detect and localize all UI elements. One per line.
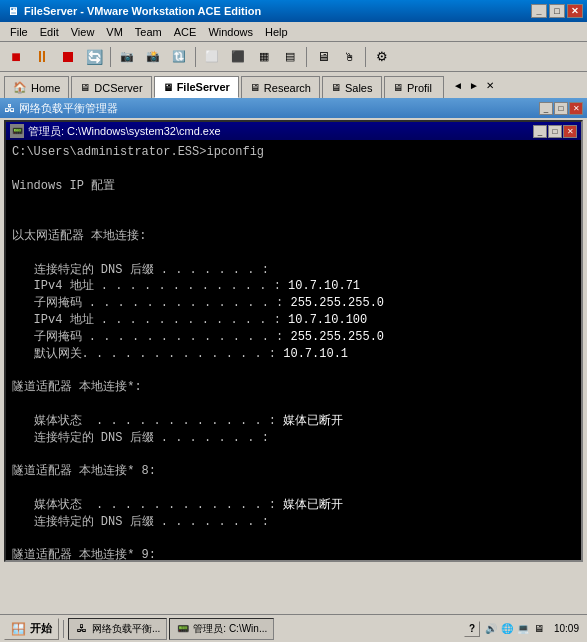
toolbar-settings-btn[interactable]: ⚙ xyxy=(370,45,394,69)
tab-research[interactable]: 🖥 Research xyxy=(241,76,320,98)
nlb-label: 网络负载平衡... xyxy=(92,622,160,636)
menu-windows[interactable]: Windows xyxy=(202,24,259,40)
toolbar-separator-3 xyxy=(306,47,307,67)
toolbar: ■ ⏸ ⏹ 🔄 📷 📸 🔃 ⬜ ⬛ ▦ ▤ 🖥 🖱 ⚙ xyxy=(0,42,587,72)
toolbar-monitor-btn[interactable]: 🖥 xyxy=(311,45,335,69)
toolbar-power-btn[interactable]: ■ xyxy=(4,45,28,69)
toolbar-mouse-btn[interactable]: 🖱 xyxy=(337,45,361,69)
start-icon: 🪟 xyxy=(11,622,26,636)
menu-ace[interactable]: ACE xyxy=(168,24,203,40)
menu-edit[interactable]: Edit xyxy=(34,24,65,40)
tray-pc-icon[interactable]: 💻 xyxy=(516,622,530,636)
sub-close-button[interactable]: ✕ xyxy=(569,102,583,115)
toolbar-view2-btn[interactable]: ⬛ xyxy=(226,45,250,69)
taskbar-item-nlb[interactable]: 🖧 网络负载平衡... xyxy=(68,618,167,640)
toolbar-view3-btn[interactable]: ▦ xyxy=(252,45,276,69)
cmd-close-button[interactable]: ✕ xyxy=(563,125,577,138)
menu-help[interactable]: Help xyxy=(259,24,294,40)
tab-profil[interactable]: 🖥 Profil xyxy=(384,76,444,98)
window-title: FileServer - VMware Workstation ACE Edit… xyxy=(24,5,531,17)
sub-window-controls: _ □ ✕ xyxy=(539,102,583,115)
nlb-icon: 🖧 xyxy=(75,622,89,636)
tab-nav-arrows: ◄ ► ✕ xyxy=(450,74,498,98)
menu-view[interactable]: View xyxy=(65,24,101,40)
minimize-button[interactable]: _ xyxy=(531,4,547,18)
toolbar-view4-btn[interactable]: ▤ xyxy=(278,45,302,69)
sub-maximize-button[interactable]: □ xyxy=(554,102,568,115)
sub-window-title: 网络负载平衡管理器 xyxy=(19,101,118,116)
help-button[interactable]: ? xyxy=(464,621,480,637)
tab-prev-arrow[interactable]: ◄ xyxy=(450,74,466,96)
tab-next-arrow[interactable]: ► xyxy=(466,74,482,96)
toolbar-separator-4 xyxy=(365,47,366,67)
cmd-label: 管理员: C:\Win... xyxy=(193,622,267,636)
tabs-bar: 🏠 Home 🖥 DCServer 🖥 FileServer 🖥 Researc… xyxy=(0,72,587,98)
toolbar-snapshot-btn[interactable]: 📷 xyxy=(115,45,139,69)
cmd-minimize-button[interactable]: _ xyxy=(533,125,547,138)
taskbar-item-cmd[interactable]: 📟 管理员: C:\Win... xyxy=(169,618,274,640)
cmd-window: 📟 管理员: C:\Windows\system32\cmd.exe _ □ ✕… xyxy=(4,120,583,562)
cmd-window-title: 管理员: C:\Windows\system32\cmd.exe xyxy=(28,124,221,139)
tray-area: 🔊 🌐 💻 🖥 xyxy=(484,622,546,636)
tray-network-icon[interactable]: 🌐 xyxy=(500,622,514,636)
title-controls: _ □ ✕ xyxy=(531,4,583,18)
app-icon: 🖥 xyxy=(4,3,20,19)
cmd-icon: 📟 xyxy=(10,124,24,138)
system-clock: 10:09 xyxy=(550,623,583,634)
menu-vm[interactable]: VM xyxy=(100,24,129,40)
cmd-maximize-button[interactable]: □ xyxy=(548,125,562,138)
toolbar-separator-1 xyxy=(110,47,111,67)
title-bar: 🖥 FileServer - VMware Workstation ACE Ed… xyxy=(0,0,587,22)
cmd-controls: _ □ ✕ xyxy=(533,125,577,138)
menu-bar: File Edit View VM Team ACE Windows Help xyxy=(0,22,587,42)
sub-minimize-button[interactable]: _ xyxy=(539,102,553,115)
toolbar-pause-btn[interactable]: ⏸ xyxy=(30,45,54,69)
tab-close-arrow[interactable]: ✕ xyxy=(482,74,498,96)
toolbar-view1-btn[interactable]: ⬜ xyxy=(200,45,224,69)
tab-sales[interactable]: 🖥 Sales xyxy=(322,76,382,98)
toolbar-stop-btn[interactable]: ⏹ xyxy=(56,45,80,69)
toolbar-refresh-btn[interactable]: 🔄 xyxy=(82,45,106,69)
start-button[interactable]: 🪟 开始 xyxy=(4,618,59,640)
toolbar-separator-2 xyxy=(195,47,196,67)
toolbar-revert-btn[interactable]: 🔃 xyxy=(167,45,191,69)
maximize-button[interactable]: □ xyxy=(549,4,565,18)
status-bar: 🪟 开始 🖧 网络负载平衡... 📟 管理员: C:\Win... ? 🔊 🌐 … xyxy=(0,614,587,642)
tab-home[interactable]: 🏠 Home xyxy=(4,76,69,98)
status-separator-1 xyxy=(63,620,64,638)
close-button[interactable]: ✕ xyxy=(567,4,583,18)
tray-volume-icon[interactable]: 🔊 xyxy=(484,622,498,636)
cmd-taskbar-icon: 📟 xyxy=(176,622,190,636)
menu-file[interactable]: File xyxy=(4,24,34,40)
menu-team[interactable]: Team xyxy=(129,24,168,40)
cmd-title-bar: 📟 管理员: C:\Windows\system32\cmd.exe _ □ ✕ xyxy=(6,122,581,140)
start-label: 开始 xyxy=(30,621,52,636)
status-right-area: ? 🔊 🌐 💻 🖥 10:09 xyxy=(464,621,583,637)
toolbar-snapshot2-btn[interactable]: 📸 xyxy=(141,45,165,69)
cmd-content-area[interactable]: C:\Users\administrator.ESS>ipconfig Wind… xyxy=(6,140,581,560)
sub-window-title-bar: 🖧 网络负载平衡管理器 _ □ ✕ xyxy=(0,98,587,118)
tray-monitor-icon[interactable]: 🖥 xyxy=(532,622,546,636)
tab-fileserver[interactable]: 🖥 FileServer xyxy=(154,76,239,98)
tab-dcserver[interactable]: 🖥 DCServer xyxy=(71,76,151,98)
